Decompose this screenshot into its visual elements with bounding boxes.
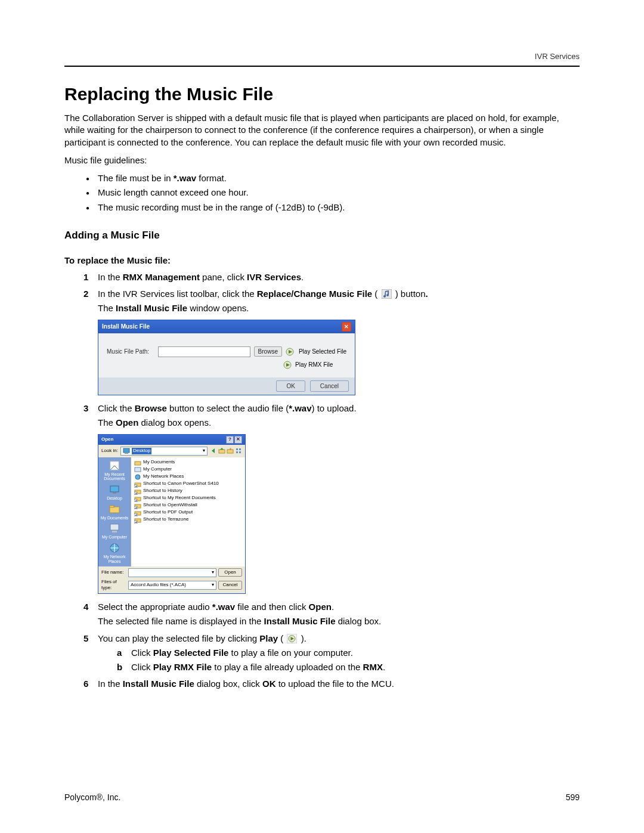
text: Select the appropriate audio <box>98 602 212 612</box>
text: pane, click <box>200 272 247 282</box>
sidebar-label: My Documents <box>101 516 129 520</box>
ok-button[interactable]: OK <box>276 380 305 392</box>
browse-button[interactable]: Browse <box>254 346 282 357</box>
music-file-path-input[interactable] <box>158 346 250 357</box>
file-item[interactable]: My Computer <box>134 466 243 473</box>
text: ( <box>372 289 377 299</box>
header-divider <box>64 66 580 67</box>
sidebar-desktop[interactable]: Desktop <box>107 484 122 501</box>
svg-rect-0 <box>382 289 392 299</box>
shortcut-icon <box>134 488 141 495</box>
file-item[interactable]: Shortcut to Terrazone <box>134 516 243 524</box>
file-item[interactable]: Shortcut to History <box>134 488 243 495</box>
text: ) button <box>395 289 426 299</box>
file-item[interactable]: Shortcut to My Recent Documents <box>134 495 243 502</box>
file-item[interactable]: My Documents <box>134 459 243 466</box>
bold-text: RMX Management <box>123 272 200 282</box>
views-icon[interactable] <box>235 447 242 454</box>
play-icon[interactable] <box>283 361 293 369</box>
cancel-button[interactable]: Cancel <box>218 581 242 590</box>
file-label: Shortcut to Canon PowerShot S410 <box>143 481 219 487</box>
step-4-line2: The selected file name is displayed in t… <box>98 615 580 627</box>
step-5: 5 You can play the selected file by clic… <box>64 633 580 674</box>
text: Click the <box>98 403 135 413</box>
dialog-footer: OK Cancel <box>98 377 355 395</box>
text: . <box>301 272 304 282</box>
close-button[interactable]: ✕ <box>234 436 242 444</box>
look-in-dropdown[interactable]: Desktop ▾ <box>120 447 208 456</box>
svg-marker-7 <box>212 448 215 453</box>
footer-page-number: 599 <box>566 792 580 803</box>
text: Click <box>131 662 153 672</box>
step-number: 2 <box>83 288 88 300</box>
svg-rect-22 <box>112 531 117 532</box>
file-item[interactable]: My Network Places <box>134 473 243 481</box>
filetype-value: Accord Audio files (*.ACA) <box>131 582 186 589</box>
file-label: My Computer <box>143 466 172 473</box>
play-icon[interactable] <box>286 348 295 356</box>
filetype-label: Files of type: <box>101 579 126 592</box>
up-folder-icon[interactable] <box>218 447 225 454</box>
steps-list-cont: 3 Click the Browse button to select the … <box>64 402 580 429</box>
filetype-dropdown[interactable]: Accord Audio files (*.ACA)▾ <box>128 581 216 590</box>
text: Click <box>131 648 153 658</box>
guideline-item: The music recording must be in the range… <box>64 202 580 213</box>
text: format. <box>196 173 227 183</box>
svg-rect-17 <box>110 486 119 492</box>
sidebar-label: My Recent Documents <box>104 472 125 481</box>
sidebar-label: Desktop <box>107 496 122 500</box>
play-selected-file-link[interactable]: Play Selected File <box>299 348 346 356</box>
bold-text: Play Selected File <box>153 648 229 658</box>
step-number: 3 <box>83 402 88 414</box>
svg-rect-18 <box>113 493 116 494</box>
new-folder-icon[interactable]: ✶ <box>227 447 234 454</box>
text: In the <box>98 272 123 282</box>
file-item[interactable]: Shortcut to OpenWithstall <box>134 502 243 509</box>
computer-icon <box>109 522 120 534</box>
open-button[interactable]: Open <box>218 568 242 577</box>
bold-text: Play RMX File <box>153 662 212 672</box>
shortcut-icon <box>134 495 141 502</box>
guidelines-list: The file must be in *.wav format. Music … <box>64 172 580 213</box>
install-music-file-dialog: Install Music File ✕ Music File Path: Br… <box>98 320 355 396</box>
bold-text: Install Music File <box>123 679 194 689</box>
open-dialog-body: My Recent Documents Desktop My Documents… <box>98 457 245 566</box>
sidebar-my-network[interactable]: My Network Places <box>98 542 131 563</box>
svg-rect-12 <box>236 448 238 450</box>
step-6: 6 In the Install Music File dialog box, … <box>64 678 580 690</box>
desktop-icon <box>123 447 130 454</box>
desktop-icon <box>109 484 120 496</box>
file-label: Shortcut to OpenWithstall <box>143 502 197 509</box>
file-item[interactable]: Shortcut to Canon PowerShot S410 <box>134 481 243 488</box>
file-label: Shortcut to History <box>143 488 182 494</box>
help-button[interactable]: ? <box>226 436 234 444</box>
cancel-button[interactable]: Cancel <box>310 380 349 392</box>
computer-icon <box>134 466 141 473</box>
footer-company: Polycom®, Inc. <box>64 792 120 803</box>
document-header-section: IVR Services <box>64 51 580 62</box>
music-note-icon <box>382 289 392 299</box>
text: . <box>383 662 385 672</box>
file-item[interactable]: Shortcut to PDF Output <box>134 509 243 516</box>
folder-icon <box>109 503 120 515</box>
text: file and then click <box>235 602 308 612</box>
guideline-item: Music length cannot exceed one hour. <box>64 187 580 199</box>
network-icon <box>109 542 120 554</box>
play-rmx-file-link[interactable]: Play RMX File <box>295 361 333 369</box>
text: . <box>332 602 334 612</box>
sidebar-my-documents[interactable]: My Documents <box>101 503 129 521</box>
back-icon[interactable] <box>210 447 217 454</box>
svg-rect-21 <box>110 524 119 530</box>
filename-input[interactable]: ▾ <box>128 568 216 577</box>
text: to upload the file to the MCU. <box>275 679 394 689</box>
shortcut-icon <box>134 502 141 509</box>
sidebar-my-computer[interactable]: My Computer <box>102 522 127 540</box>
chevron-down-icon: ▾ <box>212 569 214 576</box>
bold-text: *.wav <box>174 173 196 183</box>
sidebar-recent[interactable]: My Recent Documents <box>98 460 131 481</box>
close-button[interactable]: ✕ <box>342 322 351 332</box>
look-in-row: Look in: Desktop ▾ ✶ <box>98 445 245 457</box>
sub-step-letter: b <box>117 661 122 673</box>
look-in-label: Look in: <box>101 448 118 454</box>
sidebar-label: My Network Places <box>104 555 126 563</box>
